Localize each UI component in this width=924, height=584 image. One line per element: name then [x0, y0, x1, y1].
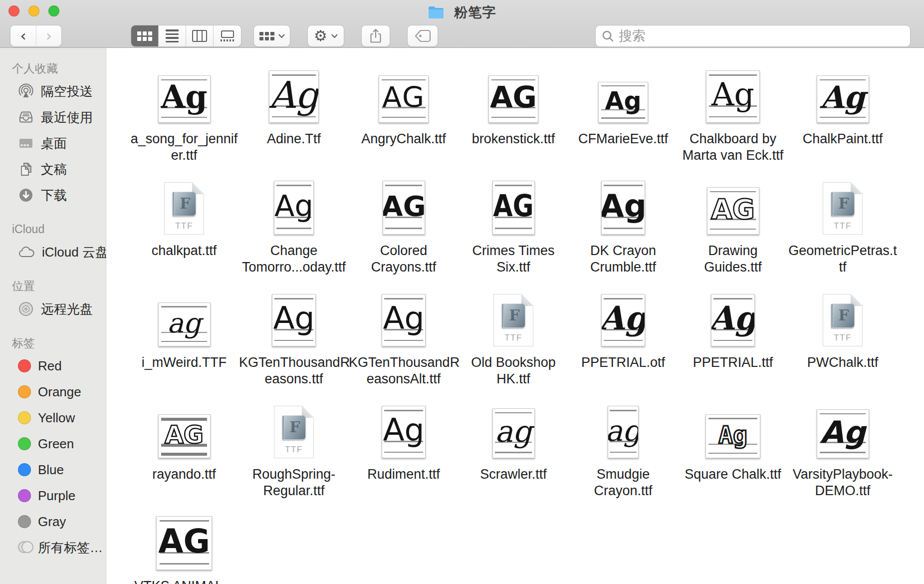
- preview-glyph: Ag: [711, 79, 754, 110]
- file-item[interactable]: agSmudgieCrayon.ttf: [568, 399, 678, 499]
- preview-glyph: Ag: [274, 191, 313, 221]
- back-button[interactable]: ‹: [10, 25, 36, 47]
- file-item[interactable]: AgPPETRIAL.otf: [568, 288, 678, 371]
- guide-line: [384, 340, 423, 341]
- file-name: DrawingGuides.ttf: [678, 243, 788, 276]
- file-item[interactable]: AgChangeTomorro...oday.ttf: [239, 176, 349, 276]
- sidebar-item-tag-orange[interactable]: Orange: [0, 379, 106, 405]
- file-item[interactable]: FTTFOld BookshopHK.ttf: [459, 288, 568, 387]
- file-item[interactable]: FTTFPWChalk.ttf: [788, 288, 898, 371]
- file-item[interactable]: AGbrokenstick.ttf: [459, 64, 568, 147]
- sidebar-item-recents[interactable]: 最近使用: [0, 104, 106, 130]
- file-item[interactable]: FTTFGeometricPetras.ttf: [788, 176, 898, 276]
- file-item[interactable]: AgVarsityPlaybook-DEMO.ttf: [788, 399, 898, 499]
- guide-line: [708, 418, 757, 419]
- file-item[interactable]: AgAdine.Ttf: [239, 64, 349, 147]
- file-item[interactable]: AgCFMarieEve.ttf: [568, 64, 678, 147]
- action-button[interactable]: ⚙: [307, 25, 344, 47]
- sidebar-item-documents[interactable]: 文稿: [0, 156, 106, 182]
- preview-glyph: Ag: [273, 302, 314, 334]
- file-name: VarsityPlaybook-DEMO.ttf: [788, 466, 898, 499]
- font-preview-icon: Ag: [817, 409, 869, 458]
- sidebar-item-tag-yellow[interactable]: Yellow: [0, 405, 106, 431]
- file-item[interactable]: AGCrimes TimesSix.ttf: [459, 176, 568, 276]
- file-item[interactable]: AGColoredCrayons.ttf: [349, 176, 459, 276]
- sidebar-item-downloads[interactable]: 下载: [0, 182, 106, 208]
- magnifier-icon: [602, 30, 614, 42]
- group-button[interactable]: [253, 25, 290, 47]
- file-name: CFMarieEve.ttf: [568, 131, 678, 147]
- sidebar-item-remote-disc[interactable]: 远程光盘: [0, 296, 106, 322]
- sidebar-item-label: 最近使用: [41, 109, 93, 126]
- file-name: KGTenThousandReasonsAlt.ttf: [349, 354, 459, 387]
- sidebar-item-tag-blue[interactable]: Blue: [0, 457, 106, 483]
- list-view-button[interactable]: [159, 25, 186, 46]
- file-item[interactable]: AGAngryChalk.ttf: [349, 64, 459, 147]
- file-item[interactable]: AGrayando.ttf: [129, 399, 239, 483]
- icon-view-button[interactable]: [131, 25, 159, 46]
- ttf-file-icon: FTTF: [274, 406, 314, 458]
- file-item[interactable]: AgSquare Chalk.ttf: [678, 399, 788, 483]
- sidebar-item-label: Purple: [38, 488, 75, 504]
- sidebar-item-desktop[interactable]: 桌面: [0, 130, 106, 156]
- sidebar-section-favorites: 个人收藏: [0, 58, 106, 78]
- share-button[interactable]: [361, 25, 390, 47]
- file-ext-badge: TTF: [823, 333, 862, 343]
- guide-line: [713, 340, 752, 341]
- gallery-view-icon: [221, 30, 234, 41]
- file-item[interactable]: AgKGTenThousandReasonsAlt.ttf: [349, 288, 459, 387]
- file-item[interactable]: AgDK CrayonCrumble.ttf: [568, 176, 678, 276]
- file-item[interactable]: Aga_song_for_jennifer.ttf: [129, 64, 239, 164]
- font-preview-icon: AG: [707, 187, 759, 235]
- file-name: PPETRIAL.ttf: [678, 354, 788, 371]
- file-item[interactable]: AgChalkPaint.ttf: [788, 64, 898, 147]
- sidebar-item-icloud-drive[interactable]: iCloud 云盘: [0, 239, 106, 265]
- ttf-file-icon: FTTF: [493, 294, 533, 346]
- preview-glyph: Ag: [601, 302, 645, 334]
- search-field[interactable]: 搜索: [595, 25, 911, 47]
- column-view-button[interactable]: [186, 25, 214, 46]
- tag-button[interactable]: [407, 25, 438, 47]
- recents-icon: [18, 109, 34, 125]
- file-item[interactable]: AgPPETRIAL.ttf: [678, 288, 788, 371]
- file-item[interactable]: AgChalkboard byMarta van Eck.ttf: [678, 64, 788, 164]
- guide-line: [604, 185, 642, 186]
- preview-glyph: AG: [383, 192, 425, 220]
- gallery-view-button[interactable]: [214, 25, 241, 46]
- file-item[interactable]: AGVTKS ANIMAL...: [129, 511, 239, 584]
- ttf-file-icon: FTTF: [823, 182, 863, 235]
- font-preview-icon: ag: [158, 302, 211, 346]
- preview-glyph: AG: [493, 191, 533, 221]
- font-preview-icon: ag: [492, 408, 535, 458]
- file-item[interactable]: AgKGTenThousandReasons.ttf: [239, 288, 349, 387]
- sidebar-item-tag-red[interactable]: Red: [0, 353, 106, 379]
- guide-line: [495, 452, 532, 453]
- file-item[interactable]: FTTFchalkpat.ttf: [129, 176, 239, 259]
- guide-line: [601, 117, 645, 119]
- guide-line: [276, 185, 311, 186]
- sidebar-item-tag-purple[interactable]: Purple: [0, 483, 106, 509]
- sidebar-item-label: Orange: [38, 384, 81, 400]
- file-item[interactable]: agi_mWeird.TTF: [129, 288, 239, 371]
- column-view-icon: [192, 30, 207, 42]
- file-item[interactable]: AGDrawingGuides.ttf: [678, 176, 788, 276]
- sidebar-item-all-tags[interactable]: 所有标签…: [0, 535, 106, 561]
- file-name: Chalkboard byMarta van Eck.ttf: [678, 131, 788, 164]
- sidebar-item-tag-gray[interactable]: Gray: [0, 509, 106, 535]
- file-item[interactable]: FTTFRoughSpring-Regular.ttf: [239, 399, 349, 499]
- font-preview-icon: Ag: [269, 70, 319, 123]
- file-name: RoughSpring-Regular.ttf: [239, 466, 349, 499]
- forward-button[interactable]: ›: [36, 25, 62, 47]
- file-name: rayando.ttf: [129, 466, 239, 483]
- guide-line: [820, 452, 866, 453]
- file-item[interactable]: agScrawler.ttf: [459, 399, 568, 483]
- sidebar-item-airdrop[interactable]: 隔空投送: [0, 78, 106, 104]
- blue-folder-icon: [428, 6, 444, 22]
- sidebar-item-tag-green[interactable]: Green: [0, 431, 106, 457]
- sidebar-item-label: 文稿: [41, 161, 67, 178]
- guide-line: [708, 453, 757, 454]
- file-item[interactable]: AgRudiment.ttf: [349, 399, 459, 483]
- preview-glyph: Ag: [161, 81, 208, 113]
- font-preview-icon: Ag: [382, 406, 426, 458]
- guide-line: [385, 228, 423, 229]
